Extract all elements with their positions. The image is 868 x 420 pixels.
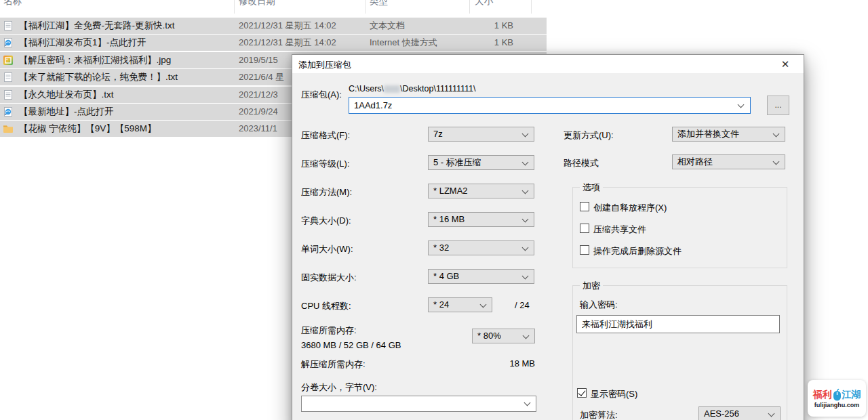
cpu-threads-label: CPU 线程数: <box>301 300 351 312</box>
file-name: 【来了就能下载的论坛，纯免费！】.txt <box>19 69 178 85</box>
options-group: 选项 创建自释放程序(X) 压缩共享文件 操作完成后删除源文件 <box>572 187 787 268</box>
file-name: 【最新地址】-点此打开 <box>19 104 114 120</box>
show-password-checkbox[interactable] <box>577 388 587 398</box>
file-name: 【福利江湖发布页1】-点此打开 <box>19 35 146 51</box>
delete-after-label: 操作完成后删除源文件 <box>593 245 682 257</box>
memory-usage-detail: 3680 MB / 52 GB / 64 GB <box>301 340 401 350</box>
text-file-icon <box>3 20 14 31</box>
file-name: 【福利江湖】全免费-无套路-更新快.txt <box>19 18 175 34</box>
create-sfx-checkbox[interactable] <box>580 202 589 211</box>
redacted-username <box>384 85 400 93</box>
file-date: 2019/5/15 <box>239 52 278 68</box>
file-date: 2021/9/24 <box>239 104 278 120</box>
level-label: 压缩等级(L): <box>301 158 350 170</box>
dictionary-dropdown[interactable]: * 16 MB <box>428 212 534 227</box>
compress-shared-checkbox[interactable] <box>580 224 589 233</box>
archive-label: 压缩包(A): <box>301 89 342 101</box>
cpu-threads-dropdown[interactable]: * 24 <box>428 297 492 312</box>
mouse-icon <box>833 388 842 401</box>
password-label: 输入密码: <box>580 299 618 311</box>
watermark-text-red: 福利 <box>813 389 832 401</box>
options-group-title: 选项 <box>580 182 603 194</box>
file-name: 【花椒 宁依纯】【9V】【598M】 <box>19 121 157 137</box>
volume-size-combobox[interactable] <box>301 396 536 412</box>
dictionary-label: 字典大小(D): <box>301 215 351 227</box>
decompress-memory-label: 解压缩所需内存: <box>301 358 366 371</box>
update-mode-dropdown[interactable]: 添加并替换文件 <box>672 127 785 142</box>
text-file-icon <box>3 72 14 83</box>
dialog-titlebar[interactable]: 添加到压缩包 ✕ <box>292 55 804 73</box>
method-dropdown[interactable]: * LZMA2 <box>428 184 534 198</box>
column-header-type[interactable]: 类型 <box>370 0 388 7</box>
fulijianghu-watermark: 福利 江湖 fulijianghu.com <box>808 380 866 417</box>
memory-usage-label: 压缩所需内存: <box>301 324 357 337</box>
archive-name-combobox[interactable]: 1AAd1.7z <box>349 97 751 114</box>
text-file-icon <box>3 89 14 100</box>
show-password-label: 显示密码(S) <box>591 388 637 400</box>
column-header-date[interactable]: 修改日期 <box>239 0 275 7</box>
solid-block-label: 固实数据大小: <box>301 272 357 284</box>
word-size-label: 单词大小(W): <box>301 243 353 255</box>
file-row[interactable]: 【福利江湖】全免费-无套路-更新快.txt 2021/12/31 星期五 14:… <box>0 18 547 34</box>
volume-size-label: 分卷大小，字节(V): <box>301 381 377 394</box>
column-separator <box>531 0 532 14</box>
column-separator <box>469 0 470 14</box>
internet-shortcut-icon <box>3 37 14 48</box>
watermark-text-blue: 江湖 <box>842 389 861 401</box>
image-file-icon <box>3 55 14 66</box>
format-dropdown[interactable]: 7z <box>428 127 534 142</box>
encryption-method-label: 加密算法: <box>580 409 618 420</box>
internet-shortcut-icon <box>3 106 14 117</box>
encryption-method-dropdown[interactable]: AES-256 <box>698 406 781 420</box>
encryption-group: 加密 输入密码: 来福利江湖找福利 显示密码(S) 加密算法: AES-256 <box>572 285 787 420</box>
level-dropdown[interactable]: 5 - 标准压缩 <box>428 155 534 170</box>
solid-block-dropdown[interactable]: * 4 GB <box>428 269 534 284</box>
encryption-group-title: 加密 <box>580 280 603 292</box>
password-input[interactable]: 来福利江湖找福利 <box>576 315 780 333</box>
file-date: 2021/6/4 星 <box>239 69 284 85</box>
method-label: 压缩方法(M): <box>301 186 352 198</box>
cpu-threads-max: / 24 <box>515 300 530 310</box>
column-separator <box>365 0 366 14</box>
browse-button[interactable]: ... <box>767 96 789 115</box>
word-size-dropdown[interactable]: * 32 <box>428 240 534 255</box>
add-to-archive-dialog: 添加到压缩包 ✕ 压缩包(A): C:\Users\\Desktop\11111… <box>292 54 804 420</box>
format-label: 压缩格式(F): <box>301 129 350 142</box>
watermark-domain: fulijianghu.com <box>814 402 860 408</box>
file-size: 1 KB <box>465 35 513 51</box>
update-mode-label: 更新方式(U): <box>564 129 614 142</box>
decompress-memory-value: 18 MB <box>496 358 535 369</box>
file-name: 【永久地址发布页】.txt <box>19 87 114 103</box>
desktop-screen: 名称 修改日期 类型 大小 【福利江湖】全免费-无套路-更新快.txt 2021… <box>0 0 868 420</box>
path-mode-dropdown[interactable]: 相对路径 <box>672 154 785 169</box>
file-type: 文本文档 <box>370 18 405 34</box>
column-separator <box>234 0 235 14</box>
file-type: Internet 快捷方式 <box>370 35 437 51</box>
folder-icon <box>3 123 14 134</box>
file-date: 2021/12/3 <box>239 87 278 103</box>
close-icon[interactable]: ✕ <box>775 57 795 72</box>
file-size: 1 KB <box>465 18 513 34</box>
file-date: 2023/11/1 <box>239 121 277 137</box>
create-sfx-label: 创建自释放程序(X) <box>593 202 667 214</box>
memory-usage-dropdown[interactable]: * 80% <box>472 329 535 343</box>
compress-shared-label: 压缩共享文件 <box>593 224 646 236</box>
column-header-name[interactable]: 名称 <box>3 0 22 7</box>
file-row[interactable]: 【福利江湖发布页1】-点此打开 2021/12/31 星期五 14:02 Int… <box>0 35 547 51</box>
archive-path: C:\Users\\Desktop\111111111\ <box>349 84 476 93</box>
file-date: 2021/12/31 星期五 14:02 <box>239 35 336 51</box>
file-date: 2021/12/31 星期五 14:02 <box>239 18 336 34</box>
column-header-size[interactable]: 大小 <box>475 0 493 7</box>
delete-after-checkbox[interactable] <box>580 245 589 255</box>
path-mode-label: 路径模式 <box>564 157 599 169</box>
dialog-title: 添加到压缩包 <box>298 59 351 71</box>
file-name: 【解压密码：来福利江湖找福利】.jpg <box>19 52 171 68</box>
